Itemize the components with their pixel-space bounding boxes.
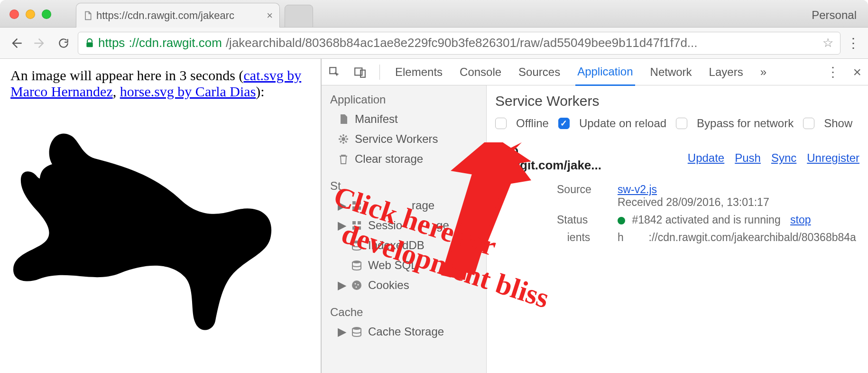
device-toggle-button[interactable] xyxy=(354,66,366,78)
application-sidebar: Application Manifest Service Workers Cle… xyxy=(322,85,487,373)
devtools-menu-button[interactable]: ⋮ xyxy=(826,64,840,80)
sidebar-label: Cache Storage xyxy=(368,325,444,338)
expand-icon: ▶ xyxy=(338,325,345,338)
panel-heading: Service Workers xyxy=(495,93,859,109)
label-source: Source xyxy=(557,183,609,209)
svg-rect-6 xyxy=(358,201,361,205)
sidebar-label: Service Workers xyxy=(355,132,438,146)
sidebar-item-session-storage[interactable]: ▶ Sessio ge xyxy=(322,215,486,235)
minimize-window-button[interactable] xyxy=(26,9,35,19)
devtools-body: Application Manifest Service Workers Cle… xyxy=(322,85,868,373)
browser-tab-active[interactable]: https://cdn.rawgit.com/jakearc × xyxy=(76,3,280,28)
browser-window: https://cdn.rawgit.com/jakearc × Persona… xyxy=(0,0,868,373)
sidebar-item-websql[interactable]: ▶ Web SQL xyxy=(322,255,486,275)
grid-icon xyxy=(351,200,362,211)
sw-stop-link[interactable]: stop xyxy=(790,214,811,226)
database-icon xyxy=(351,240,362,251)
intro-text-a: An image will appear here in 3 seconds ( xyxy=(10,67,244,83)
page-content: An image will appear here in 3 seconds (… xyxy=(0,59,321,373)
tab-application[interactable]: Application xyxy=(575,58,635,86)
sw-action-sync[interactable]: Sync xyxy=(771,151,796,165)
sidebar-group-cache: Cache xyxy=(322,303,486,322)
document-icon xyxy=(338,113,349,125)
svg-point-19 xyxy=(352,327,361,330)
sidebar-item-manifest[interactable]: Manifest xyxy=(322,109,486,129)
back-button[interactable] xyxy=(7,34,26,53)
tab-title: https://cdn.rawgit.com/jakearc xyxy=(96,9,234,22)
sidebar-label-partial: Sessio xyxy=(368,219,402,232)
label-offline: Offline xyxy=(516,117,549,130)
sw-scope: http .rawgit.com/jake... xyxy=(495,143,677,173)
tab-overflow[interactable]: » xyxy=(758,59,768,85)
sw-action-unregister[interactable]: Unregister xyxy=(807,151,859,165)
sidebar-group-application: Application xyxy=(322,90,486,109)
checkbox-bypass-network[interactable] xyxy=(676,118,687,129)
trash-icon xyxy=(338,153,349,165)
svg-rect-9 xyxy=(352,221,356,224)
label-bypass-network: Bypass for network xyxy=(697,117,794,130)
url-scheme: https xyxy=(98,36,125,50)
sidebar-item-cookies[interactable]: ▶ Cookies xyxy=(322,275,486,295)
sw-action-push[interactable]: Push xyxy=(735,151,761,165)
label-update-on-reload: Update on reload xyxy=(579,117,666,130)
sw-details: Source sw-v2.js Received 28/09/2016, 13:… xyxy=(557,183,859,244)
window-titlebar: https://cdn.rawgit.com/jakearc × Persona… xyxy=(0,0,868,28)
link-horse-svg[interactable]: horse.svg by Carla Dias xyxy=(120,84,256,99)
sidebar-item-local-storage[interactable]: ▶ Local Srage xyxy=(322,196,486,215)
new-tab-button[interactable] xyxy=(285,5,313,28)
address-bar[interactable]: https://cdn.rawgit.com/jakearchibald/803… xyxy=(78,32,840,55)
sw-client-url: h ://cdn.rawgit.com/jakearchibald/80368b… xyxy=(618,231,859,244)
expand-icon: ▶ xyxy=(338,199,345,212)
label-clients: Clients xyxy=(557,231,609,244)
devtools-close-button[interactable]: × xyxy=(853,64,861,80)
sw-action-update[interactable]: Update xyxy=(688,151,724,165)
inspect-element-button[interactable] xyxy=(328,66,341,78)
svg-rect-8 xyxy=(358,206,361,210)
gear-icon xyxy=(338,133,349,145)
tab-close-button[interactable]: × xyxy=(267,9,273,22)
intro-sep: , xyxy=(113,84,120,99)
tab-elements[interactable]: Elements xyxy=(393,59,444,85)
svg-rect-7 xyxy=(352,206,356,210)
checkbox-show[interactable] xyxy=(803,118,814,129)
close-window-button[interactable] xyxy=(9,9,19,19)
tab-layers[interactable]: Layers xyxy=(707,59,745,85)
toolbar: https://cdn.rawgit.com/jakearchibald/803… xyxy=(0,28,868,59)
sidebar-item-indexeddb[interactable]: ▶ IndexedDB xyxy=(322,235,486,255)
tab-console[interactable]: Console xyxy=(458,59,503,85)
reload-button[interactable] xyxy=(54,34,73,53)
forward-button[interactable] xyxy=(30,34,49,53)
tab-network[interactable]: Network xyxy=(648,59,694,85)
sidebar-label: IndexedDB xyxy=(368,239,425,252)
reload-icon xyxy=(57,37,70,49)
sw-scope-b: .rawgit.com/jake... xyxy=(495,158,601,172)
zoom-window-button[interactable] xyxy=(42,9,51,19)
checkbox-update-on-reload[interactable]: ✓ xyxy=(558,118,570,129)
profile-label[interactable]: Personal xyxy=(812,9,857,22)
svg-point-17 xyxy=(358,284,359,286)
svg-rect-3 xyxy=(360,70,365,77)
svg-point-14 xyxy=(352,261,361,263)
sidebar-label: Cookies xyxy=(368,279,409,292)
cookie-icon xyxy=(351,280,362,291)
expand-icon: ▶ xyxy=(338,279,345,292)
browser-menu-button[interactable]: ⋮ xyxy=(845,35,861,51)
grid-icon xyxy=(351,220,362,231)
tab-sources[interactable]: Sources xyxy=(517,59,562,85)
sw-scope-row: http .rawgit.com/jake... Update Push Syn… xyxy=(495,143,859,173)
svg-point-18 xyxy=(356,287,357,288)
sidebar-item-cache-storage[interactable]: ▶ Cache Storage xyxy=(322,322,486,342)
svg-point-16 xyxy=(355,283,356,285)
sw-source-link[interactable]: sw-v2.js xyxy=(618,183,657,196)
intro-text-b: ): xyxy=(256,84,264,99)
sidebar-item-service-workers[interactable]: Service Workers xyxy=(322,129,486,149)
bookmark-star-button[interactable]: ☆ xyxy=(822,36,833,50)
checkbox-offline[interactable] xyxy=(495,118,507,129)
svg-rect-12 xyxy=(358,226,361,230)
arrow-right-icon xyxy=(33,37,46,50)
svg-point-13 xyxy=(352,241,361,243)
sidebar-label-partial2: ge xyxy=(436,219,449,232)
svg-point-4 xyxy=(342,137,345,141)
sidebar-item-clear-storage[interactable]: Clear storage xyxy=(322,149,486,169)
svg-rect-11 xyxy=(352,226,356,230)
